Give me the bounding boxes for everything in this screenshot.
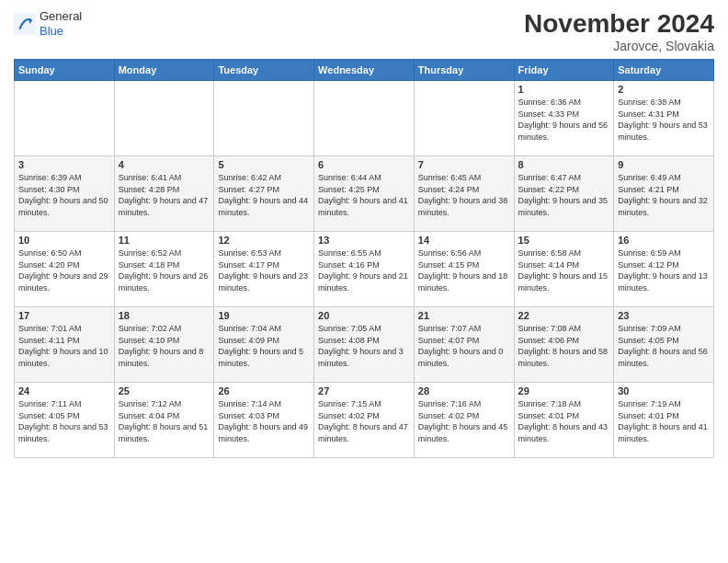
- day-cell-3-6: 23Sunrise: 7:09 AM Sunset: 4:05 PM Dayli…: [614, 307, 714, 383]
- day-info-4: Sunrise: 6:41 AM Sunset: 4:28 PM Dayligh…: [119, 172, 210, 218]
- day-cell-4-5: 29Sunrise: 7:18 AM Sunset: 4:01 PM Dayli…: [514, 383, 614, 458]
- day-number-28: 28: [418, 385, 510, 396]
- day-cell-0-5: 1Sunrise: 6:36 AM Sunset: 4:33 PM Daylig…: [514, 81, 614, 156]
- day-number-13: 13: [318, 235, 410, 246]
- day-number-20: 20: [318, 310, 410, 321]
- day-cell-4-3: 27Sunrise: 7:15 AM Sunset: 4:02 PM Dayli…: [314, 383, 415, 458]
- header-monday: Monday: [114, 60, 214, 81]
- week-row-1: 3Sunrise: 6:39 AM Sunset: 4:30 PM Daylig…: [15, 156, 714, 232]
- day-number-10: 10: [18, 235, 110, 246]
- day-number-11: 11: [119, 235, 210, 246]
- day-info-2: Sunrise: 6:38 AM Sunset: 4:31 PM Dayligh…: [618, 97, 710, 143]
- day-cell-0-1: [114, 81, 214, 156]
- location: Jarovce, Slovakia: [524, 39, 714, 53]
- day-info-1: Sunrise: 6:36 AM Sunset: 4:33 PM Dayligh…: [518, 97, 610, 143]
- header-saturday: Saturday: [614, 60, 714, 81]
- day-number-5: 5: [218, 159, 310, 170]
- day-cell-3-1: 18Sunrise: 7:02 AM Sunset: 4:10 PM Dayli…: [114, 307, 214, 383]
- day-number-25: 25: [119, 385, 210, 396]
- day-info-16: Sunrise: 6:59 AM Sunset: 4:12 PM Dayligh…: [618, 247, 710, 293]
- logo-general: General: [40, 9, 82, 24]
- logo: General Blue: [14, 9, 82, 38]
- day-cell-3-0: 17Sunrise: 7:01 AM Sunset: 4:11 PM Dayli…: [15, 307, 115, 383]
- day-cell-1-6: 9Sunrise: 6:49 AM Sunset: 4:21 PM Daylig…: [614, 156, 714, 232]
- day-cell-3-3: 20Sunrise: 7:05 AM Sunset: 4:08 PM Dayli…: [314, 307, 415, 383]
- week-row-4: 24Sunrise: 7:11 AM Sunset: 4:05 PM Dayli…: [15, 383, 714, 458]
- day-number-9: 9: [618, 159, 710, 170]
- day-number-14: 14: [418, 235, 510, 246]
- day-info-7: Sunrise: 6:45 AM Sunset: 4:24 PM Dayligh…: [418, 172, 510, 218]
- day-number-3: 3: [18, 159, 110, 170]
- day-info-21: Sunrise: 7:07 AM Sunset: 4:07 PM Dayligh…: [418, 323, 510, 369]
- header-sunday: Sunday: [15, 60, 115, 81]
- day-info-22: Sunrise: 7:08 AM Sunset: 4:06 PM Dayligh…: [518, 323, 610, 369]
- day-info-28: Sunrise: 7:16 AM Sunset: 4:02 PM Dayligh…: [418, 398, 510, 444]
- day-cell-2-4: 14Sunrise: 6:56 AM Sunset: 4:15 PM Dayli…: [414, 232, 514, 307]
- header-wednesday: Wednesday: [314, 60, 415, 81]
- title-section: November 2024 Jarovce, Slovakia: [524, 9, 714, 53]
- day-info-15: Sunrise: 6:58 AM Sunset: 4:14 PM Dayligh…: [518, 247, 610, 293]
- day-cell-0-4: [414, 81, 514, 156]
- day-cell-1-5: 8Sunrise: 6:47 AM Sunset: 4:22 PM Daylig…: [514, 156, 614, 232]
- svg-rect-0: [14, 13, 36, 35]
- day-cell-2-6: 16Sunrise: 6:59 AM Sunset: 4:12 PM Dayli…: [614, 232, 714, 307]
- day-cell-3-2: 19Sunrise: 7:04 AM Sunset: 4:09 PM Dayli…: [214, 307, 314, 383]
- header: General Blue November 2024 Jarovce, Slov…: [14, 9, 714, 53]
- day-number-2: 2: [618, 84, 710, 95]
- day-info-10: Sunrise: 6:50 AM Sunset: 4:20 PM Dayligh…: [18, 247, 110, 293]
- header-tuesday: Tuesday: [214, 60, 314, 81]
- day-number-24: 24: [18, 385, 110, 396]
- day-info-5: Sunrise: 6:42 AM Sunset: 4:27 PM Dayligh…: [218, 172, 310, 218]
- logo-text: General Blue: [40, 9, 82, 38]
- day-cell-0-3: [314, 81, 415, 156]
- day-cell-4-0: 24Sunrise: 7:11 AM Sunset: 4:05 PM Dayli…: [15, 383, 115, 458]
- logo-icon: [14, 13, 36, 35]
- day-cell-3-4: 21Sunrise: 7:07 AM Sunset: 4:07 PM Dayli…: [414, 307, 514, 383]
- day-info-14: Sunrise: 6:56 AM Sunset: 4:15 PM Dayligh…: [418, 247, 510, 293]
- day-number-1: 1: [518, 84, 610, 95]
- day-number-15: 15: [518, 235, 610, 246]
- day-info-23: Sunrise: 7:09 AM Sunset: 4:05 PM Dayligh…: [618, 323, 710, 369]
- day-info-6: Sunrise: 6:44 AM Sunset: 4:25 PM Dayligh…: [318, 172, 410, 218]
- day-number-27: 27: [318, 385, 410, 396]
- day-cell-4-1: 25Sunrise: 7:12 AM Sunset: 4:04 PM Dayli…: [114, 383, 214, 458]
- day-number-12: 12: [218, 235, 310, 246]
- header-thursday: Thursday: [414, 60, 514, 81]
- day-info-9: Sunrise: 6:49 AM Sunset: 4:21 PM Dayligh…: [618, 172, 710, 218]
- day-number-21: 21: [418, 310, 510, 321]
- day-cell-1-0: 3Sunrise: 6:39 AM Sunset: 4:30 PM Daylig…: [15, 156, 115, 232]
- day-number-17: 17: [18, 310, 110, 321]
- week-row-2: 10Sunrise: 6:50 AM Sunset: 4:20 PM Dayli…: [15, 232, 714, 307]
- day-cell-2-0: 10Sunrise: 6:50 AM Sunset: 4:20 PM Dayli…: [15, 232, 115, 307]
- day-cell-1-2: 5Sunrise: 6:42 AM Sunset: 4:27 PM Daylig…: [214, 156, 314, 232]
- logo-blue: Blue: [40, 24, 82, 39]
- day-info-24: Sunrise: 7:11 AM Sunset: 4:05 PM Dayligh…: [18, 398, 110, 444]
- day-cell-1-4: 7Sunrise: 6:45 AM Sunset: 4:24 PM Daylig…: [414, 156, 514, 232]
- day-cell-2-1: 11Sunrise: 6:52 AM Sunset: 4:18 PM Dayli…: [114, 232, 214, 307]
- week-row-3: 17Sunrise: 7:01 AM Sunset: 4:11 PM Dayli…: [15, 307, 714, 383]
- day-number-22: 22: [518, 310, 610, 321]
- day-cell-4-2: 26Sunrise: 7:14 AM Sunset: 4:03 PM Dayli…: [214, 383, 314, 458]
- day-number-30: 30: [618, 385, 710, 396]
- day-cell-1-1: 4Sunrise: 6:41 AM Sunset: 4:28 PM Daylig…: [114, 156, 214, 232]
- day-cell-0-6: 2Sunrise: 6:38 AM Sunset: 4:31 PM Daylig…: [614, 81, 714, 156]
- calendar-page: General Blue November 2024 Jarovce, Slov…: [0, 0, 728, 563]
- day-cell-4-6: 30Sunrise: 7:19 AM Sunset: 4:01 PM Dayli…: [614, 383, 714, 458]
- day-number-19: 19: [218, 310, 310, 321]
- day-cell-4-4: 28Sunrise: 7:16 AM Sunset: 4:02 PM Dayli…: [414, 383, 514, 458]
- day-info-20: Sunrise: 7:05 AM Sunset: 4:08 PM Dayligh…: [318, 323, 410, 369]
- day-number-4: 4: [119, 159, 210, 170]
- day-info-8: Sunrise: 6:47 AM Sunset: 4:22 PM Dayligh…: [518, 172, 610, 218]
- day-info-3: Sunrise: 6:39 AM Sunset: 4:30 PM Dayligh…: [18, 172, 110, 218]
- day-info-13: Sunrise: 6:55 AM Sunset: 4:16 PM Dayligh…: [318, 247, 410, 293]
- day-cell-3-5: 22Sunrise: 7:08 AM Sunset: 4:06 PM Dayli…: [514, 307, 614, 383]
- day-info-18: Sunrise: 7:02 AM Sunset: 4:10 PM Dayligh…: [119, 323, 210, 369]
- calendar-table: Sunday Monday Tuesday Wednesday Thursday…: [14, 59, 714, 458]
- day-number-7: 7: [418, 159, 510, 170]
- day-info-11: Sunrise: 6:52 AM Sunset: 4:18 PM Dayligh…: [119, 247, 210, 293]
- day-cell-2-5: 15Sunrise: 6:58 AM Sunset: 4:14 PM Dayli…: [514, 232, 614, 307]
- day-info-29: Sunrise: 7:18 AM Sunset: 4:01 PM Dayligh…: [518, 398, 610, 444]
- day-info-12: Sunrise: 6:53 AM Sunset: 4:17 PM Dayligh…: [218, 247, 310, 293]
- day-cell-0-2: [214, 81, 314, 156]
- day-number-16: 16: [618, 235, 710, 246]
